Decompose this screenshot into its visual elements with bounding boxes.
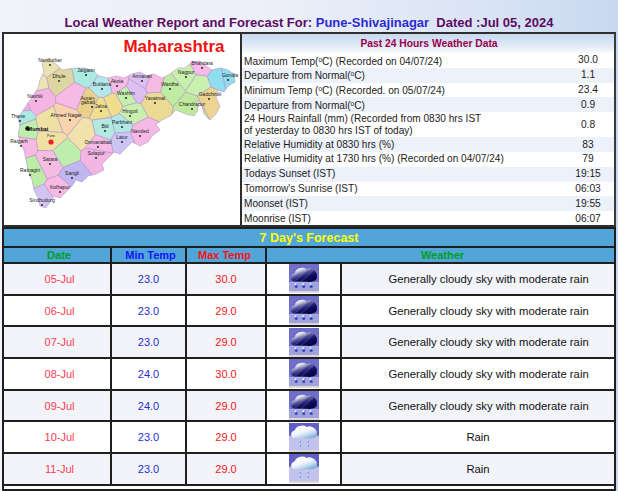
- svg-text:Jalgaon: Jalgaon: [77, 67, 95, 73]
- svg-text:Kolhapur: Kolhapur: [50, 184, 70, 190]
- svg-text:Hingoli: Hingoli: [122, 108, 137, 114]
- svg-text:Thane: Thane: [11, 113, 25, 119]
- svg-text:Nashik: Nashik: [27, 93, 43, 99]
- svg-text:Jalna: Jalna: [95, 103, 107, 109]
- svg-text:Nanded: Nanded: [131, 128, 149, 134]
- svg-text:Sindhudurg: Sindhudurg: [29, 197, 55, 203]
- svg-text:Latur: Latur: [116, 134, 128, 140]
- svg-text:Dhule: Dhule: [52, 73, 65, 79]
- svg-text:Gadchiroli: Gadchiroli: [199, 91, 222, 97]
- svg-text:Pune: Pune: [47, 134, 55, 138]
- svg-text:Osmanabad: Osmanabad: [84, 139, 111, 145]
- svg-text:Ratnagiri: Ratnagiri: [20, 167, 40, 173]
- svg-text:gabad: gabad: [81, 99, 95, 105]
- svg-text:Solapur: Solapur: [87, 150, 105, 156]
- svg-text:Maharashtra: Maharashtra: [123, 37, 225, 56]
- svg-text:Bid: Bid: [101, 123, 108, 129]
- svg-text:Akola: Akola: [111, 78, 124, 84]
- svg-text:Chandrapur: Chandrapur: [179, 101, 206, 107]
- svg-text:Satara: Satara: [43, 156, 58, 162]
- svg-text:Ahmed Nagar: Ahmed Nagar: [51, 112, 82, 118]
- svg-text:Washim: Washim: [117, 90, 135, 96]
- svg-text:Bhandara: Bhandara: [191, 60, 213, 66]
- svg-text:Buldana: Buldana: [93, 81, 112, 87]
- svg-text:Wardha: Wardha: [161, 81, 179, 87]
- svg-text:Sangli: Sangli: [65, 170, 79, 176]
- svg-text:Nandurbar: Nandurbar: [38, 57, 62, 63]
- svg-text:Parbhani: Parbhani: [112, 119, 132, 125]
- svg-text:Mumbai: Mumbai: [28, 126, 49, 132]
- svg-text:Nagpur: Nagpur: [178, 69, 195, 75]
- svg-text:Gondia: Gondia: [222, 72, 238, 78]
- svg-text:Amravati: Amravati: [132, 73, 152, 79]
- svg-text:Raigarh: Raigarh: [10, 138, 28, 144]
- svg-text:Yavatmal: Yavatmal: [145, 95, 165, 101]
